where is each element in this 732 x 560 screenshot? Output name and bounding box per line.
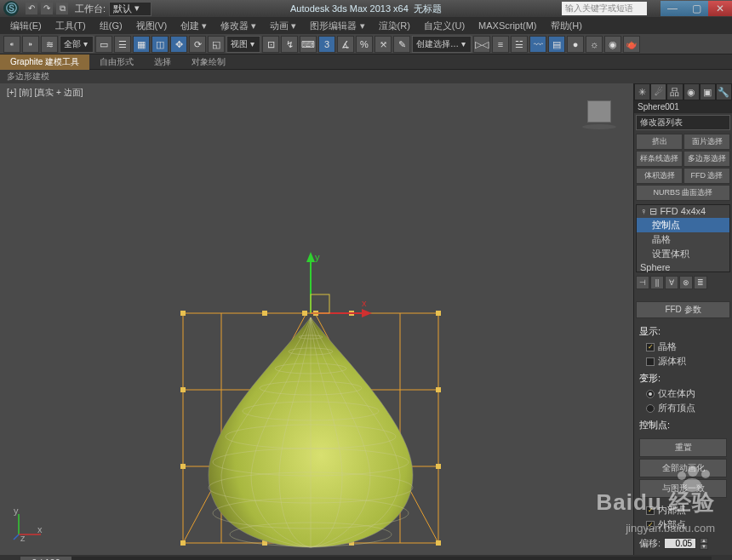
ribbon-tab-freeform[interactable]: 自由形式: [89, 54, 144, 70]
display-tab-icon[interactable]: ▣: [700, 83, 716, 100]
svg-rect-11: [180, 387, 186, 392]
menu-create[interactable]: 创建 ▾: [174, 20, 214, 32]
stack-set-volume[interactable]: 设置体积: [637, 247, 729, 261]
render-setup-icon[interactable]: ☼: [586, 36, 603, 53]
bind-icon[interactable]: ≋: [41, 36, 58, 53]
menu-render[interactable]: 渲染(R): [372, 20, 417, 32]
rotate-icon[interactable]: ⟳: [189, 36, 206, 53]
minimize-button[interactable]: —: [661, 1, 684, 16]
help-search-input[interactable]: 输入关键字或短语: [562, 2, 647, 15]
source-vol-checkbox[interactable]: 源体积: [639, 354, 727, 369]
menu-grapheditors[interactable]: 图形编辑器 ▾: [303, 20, 371, 32]
select-object-icon[interactable]: ▭: [95, 36, 112, 53]
outer-checkbox[interactable]: ✓外部点: [639, 517, 727, 532]
remove-mod-icon[interactable]: ⊗: [679, 276, 693, 289]
curve-editor-icon[interactable]: 〰: [529, 36, 546, 53]
viewport[interactable]: [+] [前] [真实 + 边面]: [0, 83, 633, 555]
align-icon[interactable]: ≡: [492, 36, 509, 53]
stack-control-points[interactable]: 控制点: [637, 218, 729, 232]
stack-ffd[interactable]: ♀ ⊟ FFD 4x4x4: [637, 205, 729, 218]
snap-toggle-icon[interactable]: 3: [318, 36, 335, 53]
modify-tab-icon[interactable]: ☄: [650, 83, 666, 100]
stack-sphere[interactable]: Sphere: [637, 261, 729, 273]
pivot-icon[interactable]: ⊡: [262, 36, 279, 53]
in-volume-radio[interactable]: 仅在体内: [639, 386, 727, 401]
ribbon-subpanel[interactable]: 多边形建模: [0, 70, 732, 83]
menu-tools[interactable]: 工具(T): [49, 20, 93, 32]
menu-edit[interactable]: 编辑(E): [3, 20, 49, 32]
menu-bar: 编辑(E) 工具(T) 组(G) 视图(V) 创建 ▾ 修改器 ▾ 动画 ▾ 图…: [0, 17, 732, 34]
poly-sel-button[interactable]: 多边形选择: [683, 151, 730, 167]
menu-animation[interactable]: 动画 ▾: [263, 20, 303, 32]
window-crossing-icon[interactable]: ◫: [152, 36, 169, 53]
angle-snap-icon[interactable]: ∡: [337, 36, 354, 53]
nurbs-sel-button[interactable]: NURBS 曲面选择: [636, 185, 730, 201]
hierarchy-tab-icon[interactable]: 品: [666, 83, 683, 100]
percent-snap-icon[interactable]: %: [356, 36, 373, 53]
scale-icon[interactable]: ◱: [208, 36, 225, 53]
manip-icon[interactable]: ↯: [281, 36, 298, 53]
spinner-snap-icon[interactable]: ⤧: [375, 36, 392, 53]
menu-maxscript[interactable]: MAXScript(M): [472, 20, 543, 31]
modifier-list-dropdown[interactable]: 修改器列表: [636, 115, 730, 130]
configure-icon[interactable]: ≣: [694, 276, 707, 289]
pin-stack-icon[interactable]: ⊣: [636, 276, 649, 289]
stack-lattice[interactable]: 晶格: [637, 232, 729, 247]
workspace-dropdown[interactable]: 默认 ▾: [109, 2, 152, 16]
object-name-field[interactable]: Sphere001: [634, 100, 732, 113]
show-result-icon[interactable]: ||: [650, 276, 664, 289]
spinner-down-icon[interactable]: ▼: [700, 544, 708, 550]
animate-all-button[interactable]: 全部动画化: [639, 459, 727, 477]
ribbon-tab-paint[interactable]: 对象绘制: [181, 54, 236, 70]
all-verts-radio[interactable]: 所有顶点: [639, 401, 727, 415]
viewport-label[interactable]: [+] [前] [真实 + 边面]: [7, 87, 83, 99]
render-frame-icon[interactable]: ◉: [604, 36, 621, 53]
render-icon[interactable]: 🫖: [623, 36, 640, 53]
conform-button[interactable]: 与图形一致: [639, 479, 727, 498]
schematic-icon[interactable]: ▤: [548, 36, 565, 53]
edit-selset-icon[interactable]: ✎: [393, 36, 410, 53]
motion-tab-icon[interactable]: ◉: [683, 83, 700, 100]
app-icon[interactable]: Ⓢ: [3, 1, 19, 16]
modifier-stack[interactable]: ♀ ⊟ FFD 4x4x4 控制点 晶格 设置体积 Sphere: [636, 204, 730, 272]
mirror-icon[interactable]: ▷◁: [473, 36, 490, 53]
offset-spinner[interactable]: 0.05: [664, 538, 696, 549]
utilities-tab-icon[interactable]: 🔧: [716, 83, 732, 100]
face-sel-button[interactable]: 面片选择: [683, 134, 730, 150]
maximize-button[interactable]: ▢: [684, 1, 708, 16]
spinner-up-icon[interactable]: ▲: [700, 538, 708, 544]
make-unique-icon[interactable]: ∀: [665, 276, 678, 289]
move-icon[interactable]: ✥: [170, 36, 187, 53]
ffd-sel-button[interactable]: FFD 选择: [683, 168, 730, 184]
ref-coord-dropdown[interactable]: 视图 ▾: [226, 36, 260, 53]
selection-set-dropdown[interactable]: 创建选择… ▾: [412, 36, 472, 53]
menu-view[interactable]: 视图(V): [129, 20, 174, 32]
extrude-button[interactable]: 挤出: [636, 134, 683, 150]
keyboard-icon[interactable]: ⌨: [300, 36, 317, 53]
link-icon[interactable]: ⧉: [56, 3, 68, 14]
select-name-icon[interactable]: ☰: [114, 36, 131, 53]
link-icon[interactable]: ⁌: [3, 36, 20, 53]
ribbon-tab-graphite[interactable]: Graphite 建模工具: [0, 54, 89, 70]
vol-sel-button[interactable]: 体积选择: [636, 168, 683, 184]
inner-checkbox[interactable]: ✓内部点: [639, 503, 727, 517]
create-tab-icon[interactable]: ✳: [634, 83, 650, 100]
menu-customize[interactable]: 自定义(U): [417, 20, 472, 32]
layers-icon[interactable]: ☱: [511, 36, 528, 53]
spline-sel-button[interactable]: 样条线选择: [636, 151, 683, 167]
svg-rect-7: [180, 311, 186, 316]
menu-help[interactable]: 帮助(H): [544, 20, 589, 32]
unlink-icon[interactable]: ⁍: [22, 36, 39, 53]
selection-filter-dropdown[interactable]: 全部 ▾: [60, 36, 94, 53]
material-icon[interactable]: ●: [567, 36, 584, 53]
reset-button[interactable]: 重置: [639, 438, 727, 457]
ribbon-tab-selection[interactable]: 选择: [144, 54, 181, 70]
menu-group[interactable]: 组(G): [93, 20, 129, 32]
undo-arrow-icon[interactable]: ↶: [26, 3, 37, 14]
select-rect-icon[interactable]: ▦: [133, 36, 150, 53]
rollout-header[interactable]: FFD 参数: [636, 301, 730, 318]
redo-arrow-icon[interactable]: ↷: [41, 3, 53, 14]
close-button[interactable]: ✕: [708, 1, 732, 16]
lattice-checkbox[interactable]: ✓晶格: [639, 340, 727, 354]
menu-modifiers[interactable]: 修改器 ▾: [214, 20, 263, 32]
